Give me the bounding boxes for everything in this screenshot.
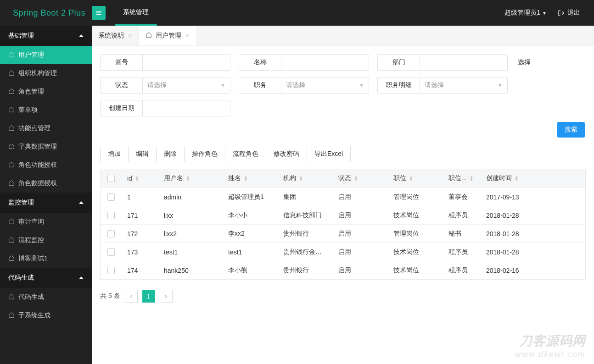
sort-icon: ▲▼ bbox=[244, 176, 248, 181]
nav-item[interactable]: 组织机构管理 bbox=[0, 64, 92, 83]
position-detail-select[interactable]: 请选择 ▼ bbox=[420, 77, 507, 93]
checkbox[interactable] bbox=[107, 175, 115, 182]
nav-item[interactable]: 用户管理 bbox=[0, 46, 92, 64]
nav-item[interactable]: 字典数据管理 bbox=[0, 138, 92, 156]
checkbox[interactable] bbox=[107, 248, 115, 256]
table-cell: 启用 bbox=[333, 266, 388, 275]
nav-item-label: 流程监控 bbox=[18, 236, 44, 244]
nav-item-label: 博客测试1 bbox=[18, 254, 48, 263]
nav-item[interactable]: 角色管理 bbox=[0, 83, 92, 101]
account-input[interactable] bbox=[143, 55, 230, 70]
table-cell: 董事会 bbox=[443, 193, 481, 201]
sort-icon: ▲▼ bbox=[409, 176, 413, 181]
column-header[interactable]: id▲▼ bbox=[122, 175, 158, 182]
column-header[interactable]: 姓名▲▼ bbox=[223, 174, 278, 182]
table-header: id▲▼用户名▲▼姓名▲▼机构▲▼状态▲▼职位▲▼职位...▲▼创建时间▲▼ bbox=[101, 169, 585, 188]
table-row[interactable]: 173test1test1贵州银行金…启用技术岗位程序员2018-01-28 bbox=[101, 243, 585, 261]
checkbox[interactable] bbox=[107, 212, 115, 219]
logout-label: 退出 bbox=[567, 9, 580, 17]
column-header[interactable]: 职位▲▼ bbox=[388, 174, 443, 182]
chevron-up-icon bbox=[79, 276, 84, 279]
page-prev[interactable]: ‹ bbox=[125, 290, 138, 303]
nav-item-label: 组织机构管理 bbox=[18, 69, 57, 77]
sort-icon: ▲▼ bbox=[470, 176, 474, 181]
home-icon bbox=[8, 143, 15, 151]
chevron-down-icon: ▼ bbox=[220, 83, 225, 88]
nav-item[interactable]: 代码生成 bbox=[0, 288, 92, 306]
nav-item[interactable]: 角色功能授权 bbox=[0, 156, 92, 174]
dept-picker-link[interactable]: 选择 bbox=[516, 58, 532, 66]
toolbar-button[interactable]: 修改密码 bbox=[266, 146, 307, 162]
search-button[interactable]: 搜索 bbox=[557, 122, 585, 138]
nav-item[interactable]: 流程监控 bbox=[0, 231, 92, 249]
toolbar-button[interactable]: 流程角色 bbox=[225, 146, 266, 162]
sort-icon: ▲▼ bbox=[354, 176, 358, 181]
nav-item[interactable]: 审计查询 bbox=[0, 213, 92, 231]
table-row[interactable]: 174hank250李小熊贵州银行启用技术岗位程序员2018-02-16 bbox=[101, 261, 585, 279]
table-cell bbox=[101, 248, 122, 256]
top-nav-tab[interactable]: 系统管理 bbox=[115, 0, 157, 26]
toolbar-button[interactable]: 增加 bbox=[100, 146, 129, 162]
sidebar-toggle[interactable] bbox=[92, 6, 106, 20]
table-cell: 2017-09-13 bbox=[481, 193, 531, 201]
table-cell: 贵州银行金… bbox=[278, 248, 333, 256]
table-row[interactable]: 1admin超级管理员1集团启用管理岗位董事会2017-09-13 bbox=[101, 188, 585, 206]
nav-group-header[interactable]: 基础管理 bbox=[0, 26, 92, 46]
toolbar-button[interactable]: 删除 bbox=[157, 146, 185, 162]
checkbox[interactable] bbox=[107, 193, 115, 201]
toolbar: 增加编辑删除操作角色流程角色修改密码导出Excel bbox=[92, 146, 594, 162]
tab-bar: 系统说明✕用户管理✕ bbox=[92, 26, 594, 46]
table-cell bbox=[101, 212, 122, 219]
table-cell: 李小小 bbox=[223, 211, 278, 220]
close-icon[interactable]: ✕ bbox=[185, 33, 190, 39]
nav-item[interactable]: 博客测试1 bbox=[0, 249, 92, 268]
name-input[interactable] bbox=[281, 55, 369, 70]
chevron-down-icon: ▼ bbox=[498, 83, 503, 88]
position-select[interactable]: 请选择 ▼ bbox=[281, 77, 369, 93]
filter-label: 账号 bbox=[101, 55, 143, 70]
nav-item-label: 子系统生成 bbox=[18, 311, 50, 320]
tab[interactable]: 用户管理✕ bbox=[139, 26, 196, 45]
table-cell: 171 bbox=[122, 212, 158, 219]
filter-position-detail: 职务明细 请选择 ▼ bbox=[377, 77, 508, 94]
filter-label: 部门 bbox=[378, 55, 420, 70]
column-header[interactable] bbox=[101, 175, 122, 182]
user-menu[interactable]: 超级管理员1 ▼ bbox=[504, 9, 547, 17]
page-next[interactable]: › bbox=[160, 290, 173, 303]
dept-input[interactable] bbox=[420, 55, 507, 70]
state-select[interactable]: 请选择 ▼ bbox=[143, 77, 230, 93]
nav-item[interactable]: 菜单项 bbox=[0, 101, 92, 119]
table-cell: 程序员 bbox=[443, 211, 481, 220]
tab-label: 用户管理 bbox=[156, 32, 181, 40]
page-total: 共 5 条 bbox=[100, 292, 120, 300]
toolbar-button[interactable]: 编辑 bbox=[129, 146, 157, 162]
checkbox[interactable] bbox=[107, 230, 115, 237]
column-header[interactable]: 职位...▲▼ bbox=[443, 174, 481, 182]
nav-item[interactable]: 角色数据授权 bbox=[0, 174, 92, 193]
nav-group-header[interactable]: 监控管理 bbox=[0, 193, 92, 213]
column-header[interactable]: 机构▲▼ bbox=[278, 174, 333, 182]
toolbar-button[interactable]: 导出Excel bbox=[307, 146, 351, 162]
nav-item[interactable]: 功能点管理 bbox=[0, 119, 92, 138]
column-header[interactable]: 创建时间▲▼ bbox=[481, 174, 531, 182]
tab[interactable]: 系统说明✕ bbox=[92, 26, 139, 45]
table-row[interactable]: 172lixx2李xx2贵州银行启用管理岗位秘书2018-01-28 bbox=[101, 224, 585, 243]
table-cell: test1 bbox=[223, 248, 278, 256]
nav-group-header[interactable]: 代码生成 bbox=[0, 268, 92, 288]
chevron-up-icon bbox=[79, 201, 84, 204]
column-header[interactable]: 状态▲▼ bbox=[333, 174, 388, 182]
logout-button[interactable]: 退出 bbox=[558, 9, 580, 17]
home-icon bbox=[8, 293, 15, 301]
table-row[interactable]: 171lixx李小小信息科技部门启用技术岗位程序员2018-01-28 bbox=[101, 206, 585, 224]
nav-item-label: 角色管理 bbox=[18, 88, 44, 96]
toolbar-button[interactable]: 操作角色 bbox=[185, 146, 225, 162]
page-number[interactable]: 1 bbox=[142, 290, 155, 303]
table-cell: lixx bbox=[158, 212, 223, 219]
create-date-input[interactable] bbox=[143, 100, 230, 116]
sort-icon: ▲▼ bbox=[515, 176, 519, 181]
column-header[interactable]: 用户名▲▼ bbox=[158, 174, 223, 182]
nav-item[interactable]: 子系统生成 bbox=[0, 306, 92, 325]
checkbox[interactable] bbox=[107, 267, 115, 274]
close-icon[interactable]: ✕ bbox=[128, 33, 132, 39]
home-icon bbox=[8, 70, 15, 77]
